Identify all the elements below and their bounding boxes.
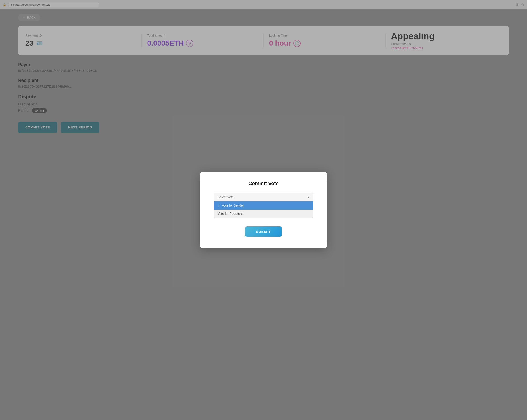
modal-overlay[interactable]: Commit Vote Select Vote ▾ ✓ Vote for Sen… [0, 0, 527, 420]
commit-vote-modal: Commit Vote Select Vote ▾ ✓ Vote for Sen… [200, 172, 327, 248]
chevron-down-icon: ▾ [308, 195, 309, 199]
vote-select-container[interactable]: Select Vote ▾ ✓ Vote for Sender Vote for… [214, 193, 313, 218]
vote-sender-label: Vote for Sender [222, 204, 244, 207]
vote-for-recipient-option[interactable]: Vote for Recipient [214, 210, 313, 218]
modal-title: Commit Vote [248, 181, 279, 187]
select-placeholder: Select Vote ▾ [214, 193, 313, 201]
submit-button[interactable]: SUBMIT [245, 227, 282, 237]
vote-for-sender-option[interactable]: ✓ Vote for Sender [214, 201, 313, 210]
vote-dropdown[interactable]: Select Vote ▾ ✓ Vote for Sender Vote for… [214, 193, 313, 218]
vote-recipient-label: Vote for Recipient [218, 212, 243, 215]
checkmark-icon: ✓ [218, 204, 220, 207]
